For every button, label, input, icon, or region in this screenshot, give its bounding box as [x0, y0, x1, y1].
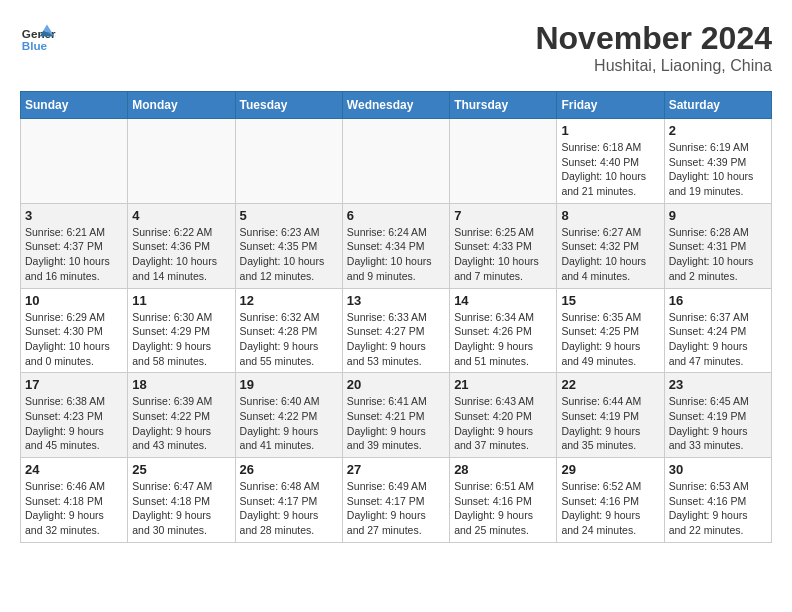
day-number: 10: [25, 293, 123, 308]
calendar-cell: 19Sunrise: 6:40 AM Sunset: 4:22 PM Dayli…: [235, 373, 342, 458]
day-info: Sunrise: 6:30 AM Sunset: 4:29 PM Dayligh…: [132, 310, 230, 369]
calendar-cell: 29Sunrise: 6:52 AM Sunset: 4:16 PM Dayli…: [557, 458, 664, 543]
calendar-cell: 8Sunrise: 6:27 AM Sunset: 4:32 PM Daylig…: [557, 203, 664, 288]
day-header-wednesday: Wednesday: [342, 92, 449, 119]
calendar-cell: 4Sunrise: 6:22 AM Sunset: 4:36 PM Daylig…: [128, 203, 235, 288]
day-info: Sunrise: 6:33 AM Sunset: 4:27 PM Dayligh…: [347, 310, 445, 369]
calendar-cell: 6Sunrise: 6:24 AM Sunset: 4:34 PM Daylig…: [342, 203, 449, 288]
title-area: November 2024 Hushitai, Liaoning, China: [535, 20, 772, 75]
day-info: Sunrise: 6:32 AM Sunset: 4:28 PM Dayligh…: [240, 310, 338, 369]
day-info: Sunrise: 6:47 AM Sunset: 4:18 PM Dayligh…: [132, 479, 230, 538]
day-number: 29: [561, 462, 659, 477]
day-number: 9: [669, 208, 767, 223]
day-info: Sunrise: 6:24 AM Sunset: 4:34 PM Dayligh…: [347, 225, 445, 284]
day-number: 7: [454, 208, 552, 223]
calendar-cell: 27Sunrise: 6:49 AM Sunset: 4:17 PM Dayli…: [342, 458, 449, 543]
day-number: 16: [669, 293, 767, 308]
calendar-cell: 10Sunrise: 6:29 AM Sunset: 4:30 PM Dayli…: [21, 288, 128, 373]
day-number: 4: [132, 208, 230, 223]
location: Hushitai, Liaoning, China: [535, 57, 772, 75]
day-info: Sunrise: 6:35 AM Sunset: 4:25 PM Dayligh…: [561, 310, 659, 369]
day-header-friday: Friday: [557, 92, 664, 119]
calendar-cell: [342, 119, 449, 204]
day-info: Sunrise: 6:40 AM Sunset: 4:22 PM Dayligh…: [240, 394, 338, 453]
day-header-thursday: Thursday: [450, 92, 557, 119]
calendar-cell: 22Sunrise: 6:44 AM Sunset: 4:19 PM Dayli…: [557, 373, 664, 458]
day-info: Sunrise: 6:38 AM Sunset: 4:23 PM Dayligh…: [25, 394, 123, 453]
calendar-cell: 5Sunrise: 6:23 AM Sunset: 4:35 PM Daylig…: [235, 203, 342, 288]
calendar-cell: 13Sunrise: 6:33 AM Sunset: 4:27 PM Dayli…: [342, 288, 449, 373]
week-row-1: 1Sunrise: 6:18 AM Sunset: 4:40 PM Daylig…: [21, 119, 772, 204]
day-info: Sunrise: 6:49 AM Sunset: 4:17 PM Dayligh…: [347, 479, 445, 538]
day-info: Sunrise: 6:44 AM Sunset: 4:19 PM Dayligh…: [561, 394, 659, 453]
day-info: Sunrise: 6:53 AM Sunset: 4:16 PM Dayligh…: [669, 479, 767, 538]
day-header-tuesday: Tuesday: [235, 92, 342, 119]
day-info: Sunrise: 6:22 AM Sunset: 4:36 PM Dayligh…: [132, 225, 230, 284]
calendar-cell: 30Sunrise: 6:53 AM Sunset: 4:16 PM Dayli…: [664, 458, 771, 543]
calendar-header-row: SundayMondayTuesdayWednesdayThursdayFrid…: [21, 92, 772, 119]
day-info: Sunrise: 6:25 AM Sunset: 4:33 PM Dayligh…: [454, 225, 552, 284]
logo-icon: General Blue: [20, 20, 56, 56]
day-number: 3: [25, 208, 123, 223]
calendar-cell: 15Sunrise: 6:35 AM Sunset: 4:25 PM Dayli…: [557, 288, 664, 373]
calendar-cell: [450, 119, 557, 204]
day-number: 26: [240, 462, 338, 477]
day-number: 5: [240, 208, 338, 223]
day-number: 14: [454, 293, 552, 308]
calendar-cell: 23Sunrise: 6:45 AM Sunset: 4:19 PM Dayli…: [664, 373, 771, 458]
day-header-monday: Monday: [128, 92, 235, 119]
day-info: Sunrise: 6:48 AM Sunset: 4:17 PM Dayligh…: [240, 479, 338, 538]
day-number: 15: [561, 293, 659, 308]
day-number: 19: [240, 377, 338, 392]
month-title: November 2024: [535, 20, 772, 57]
day-info: Sunrise: 6:23 AM Sunset: 4:35 PM Dayligh…: [240, 225, 338, 284]
day-number: 21: [454, 377, 552, 392]
day-number: 25: [132, 462, 230, 477]
calendar-table: SundayMondayTuesdayWednesdayThursdayFrid…: [20, 91, 772, 543]
day-header-saturday: Saturday: [664, 92, 771, 119]
day-info: Sunrise: 6:27 AM Sunset: 4:32 PM Dayligh…: [561, 225, 659, 284]
day-info: Sunrise: 6:21 AM Sunset: 4:37 PM Dayligh…: [25, 225, 123, 284]
logo: General Blue: [20, 20, 56, 56]
day-info: Sunrise: 6:51 AM Sunset: 4:16 PM Dayligh…: [454, 479, 552, 538]
day-number: 17: [25, 377, 123, 392]
svg-text:Blue: Blue: [22, 39, 48, 52]
day-info: Sunrise: 6:19 AM Sunset: 4:39 PM Dayligh…: [669, 140, 767, 199]
calendar-cell: 20Sunrise: 6:41 AM Sunset: 4:21 PM Dayli…: [342, 373, 449, 458]
calendar-cell: 3Sunrise: 6:21 AM Sunset: 4:37 PM Daylig…: [21, 203, 128, 288]
day-number: 12: [240, 293, 338, 308]
calendar-cell: 14Sunrise: 6:34 AM Sunset: 4:26 PM Dayli…: [450, 288, 557, 373]
calendar-cell: 7Sunrise: 6:25 AM Sunset: 4:33 PM Daylig…: [450, 203, 557, 288]
day-number: 20: [347, 377, 445, 392]
week-row-5: 24Sunrise: 6:46 AM Sunset: 4:18 PM Dayli…: [21, 458, 772, 543]
day-number: 2: [669, 123, 767, 138]
week-row-2: 3Sunrise: 6:21 AM Sunset: 4:37 PM Daylig…: [21, 203, 772, 288]
day-info: Sunrise: 6:45 AM Sunset: 4:19 PM Dayligh…: [669, 394, 767, 453]
calendar-cell: 12Sunrise: 6:32 AM Sunset: 4:28 PM Dayli…: [235, 288, 342, 373]
day-number: 13: [347, 293, 445, 308]
calendar-cell: 28Sunrise: 6:51 AM Sunset: 4:16 PM Dayli…: [450, 458, 557, 543]
day-number: 6: [347, 208, 445, 223]
calendar-cell: 9Sunrise: 6:28 AM Sunset: 4:31 PM Daylig…: [664, 203, 771, 288]
day-info: Sunrise: 6:18 AM Sunset: 4:40 PM Dayligh…: [561, 140, 659, 199]
calendar-cell: 17Sunrise: 6:38 AM Sunset: 4:23 PM Dayli…: [21, 373, 128, 458]
calendar-cell: 26Sunrise: 6:48 AM Sunset: 4:17 PM Dayli…: [235, 458, 342, 543]
calendar-cell: 21Sunrise: 6:43 AM Sunset: 4:20 PM Dayli…: [450, 373, 557, 458]
calendar-cell: 18Sunrise: 6:39 AM Sunset: 4:22 PM Dayli…: [128, 373, 235, 458]
day-info: Sunrise: 6:41 AM Sunset: 4:21 PM Dayligh…: [347, 394, 445, 453]
day-number: 23: [669, 377, 767, 392]
day-number: 22: [561, 377, 659, 392]
day-number: 24: [25, 462, 123, 477]
day-header-sunday: Sunday: [21, 92, 128, 119]
calendar-cell: 24Sunrise: 6:46 AM Sunset: 4:18 PM Dayli…: [21, 458, 128, 543]
day-number: 27: [347, 462, 445, 477]
day-number: 11: [132, 293, 230, 308]
day-number: 8: [561, 208, 659, 223]
day-info: Sunrise: 6:28 AM Sunset: 4:31 PM Dayligh…: [669, 225, 767, 284]
day-info: Sunrise: 6:46 AM Sunset: 4:18 PM Dayligh…: [25, 479, 123, 538]
day-info: Sunrise: 6:39 AM Sunset: 4:22 PM Dayligh…: [132, 394, 230, 453]
day-number: 28: [454, 462, 552, 477]
week-row-4: 17Sunrise: 6:38 AM Sunset: 4:23 PM Dayli…: [21, 373, 772, 458]
day-number: 30: [669, 462, 767, 477]
day-info: Sunrise: 6:43 AM Sunset: 4:20 PM Dayligh…: [454, 394, 552, 453]
